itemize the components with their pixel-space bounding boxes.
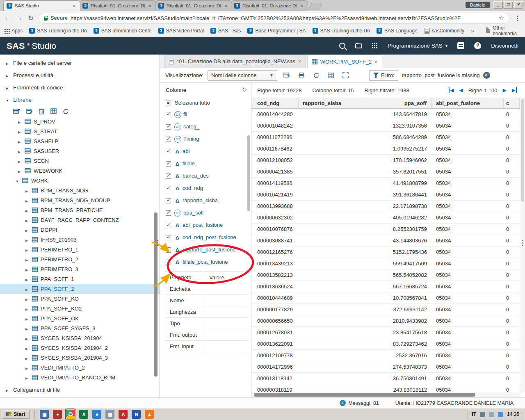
restore-button[interactable]: □ bbox=[504, 1, 513, 9]
column-item[interactable]: filiale bbox=[164, 158, 251, 170]
library-row[interactable]: S_PROV bbox=[0, 116, 160, 126]
bookmark-item[interactable]: SAS Video Portal bbox=[158, 28, 204, 34]
grid-row[interactable]: 000000656650 2810.9433982 05034 0 bbox=[251, 315, 520, 327]
column-item[interactable]: ppa_soff bbox=[164, 207, 251, 219]
grid-row[interactable]: 000010076876 8.2552301759 05034 0 bbox=[251, 224, 520, 235]
grid-row[interactable]: 000012165276 5152.1795436 05034 0 bbox=[251, 247, 520, 258]
expander-icon[interactable] bbox=[25, 325, 29, 331]
column-checkbox[interactable] bbox=[166, 186, 171, 191]
clear-filter-icon[interactable] bbox=[483, 72, 490, 79]
tab-close-icon[interactable] bbox=[299, 3, 305, 9]
expander-icon[interactable] bbox=[25, 374, 29, 381]
grid-row[interactable]: 000013582213 565.54052082 05034 0 bbox=[251, 269, 520, 281]
tab-close-icon[interactable] bbox=[71, 3, 77, 9]
expander-icon[interactable] bbox=[18, 158, 22, 164]
column-checkbox[interactable] bbox=[166, 112, 171, 117]
bookmark-star-icon[interactable]: ☆ bbox=[499, 14, 504, 22]
grid-header-cell[interactable]: rapporto_sisba bbox=[299, 98, 364, 108]
start-button[interactable]: Start bbox=[2, 410, 30, 419]
messages-indicator[interactable]: Messaggi: 81 bbox=[340, 400, 379, 406]
expander-icon[interactable] bbox=[25, 296, 29, 302]
filter-button[interactable]: Filtro: bbox=[369, 70, 399, 81]
column-checkbox[interactable] bbox=[166, 260, 171, 265]
minimize-button[interactable]: _ bbox=[493, 1, 503, 9]
expander-icon[interactable] bbox=[25, 345, 29, 351]
expander-icon[interactable] bbox=[18, 119, 22, 125]
grid-icon[interactable] bbox=[326, 71, 336, 80]
column-item[interactable]: categ_ bbox=[164, 121, 251, 133]
browser-menu-icon[interactable]: ⋮ bbox=[514, 14, 521, 22]
grid-row[interactable]: 000013439213 559.49417509 05034 0 bbox=[251, 258, 520, 269]
column-checkbox[interactable] bbox=[166, 210, 171, 216]
expander-icon[interactable] bbox=[25, 197, 29, 203]
expander-icon[interactable] bbox=[25, 355, 29, 361]
right-panel-splitter-grip[interactable] bbox=[522, 240, 523, 246]
grid-row[interactable]: 000000318119 243.83018112 05034 0 bbox=[251, 384, 520, 392]
browser-tab[interactable]: Risultati: 01. Creazione DB bbox=[79, 0, 156, 11]
sidebar-section[interactable]: Collegamenti di file bbox=[0, 383, 160, 396]
grid-row[interactable]: 000013622091 83.729273462 05034 0 bbox=[251, 338, 520, 350]
reload-icon[interactable]: ↻ bbox=[28, 14, 34, 23]
column-item[interactable]: cod_ndg bbox=[164, 182, 251, 194]
column-item[interactable]: Timing bbox=[164, 133, 251, 145]
quick-launch-icon[interactable]: ● bbox=[53, 410, 62, 419]
column-item[interactable]: banca_des bbox=[164, 170, 251, 182]
menu-icon[interactable] bbox=[457, 42, 464, 49]
browser-tab[interactable]: SAS Studio bbox=[3, 0, 80, 11]
expander-icon[interactable] bbox=[18, 148, 22, 154]
library-row-work[interactable]: WORK bbox=[0, 176, 160, 185]
expander-icon[interactable] bbox=[25, 276, 29, 282]
select-all-row[interactable]: Seleziona tutto bbox=[164, 97, 251, 108]
tab-close-icon[interactable] bbox=[298, 58, 301, 64]
expander-icon[interactable] bbox=[16, 178, 19, 184]
work-table-row[interactable]: VEDI_IMPATTO_BANCO_BPM bbox=[0, 372, 160, 382]
open-window-icon[interactable] bbox=[281, 71, 292, 80]
grid-row[interactable]: 000010421419 391.36186441 05034 0 bbox=[251, 189, 520, 201]
work-table-row[interactable]: PERIMETRO_2 bbox=[0, 254, 160, 264]
column-checkbox[interactable] bbox=[166, 247, 171, 253]
column-checkbox[interactable] bbox=[166, 223, 171, 228]
open-folder-icon[interactable] bbox=[355, 43, 362, 48]
tab-close-icon[interactable] bbox=[374, 59, 378, 65]
maximize-icon[interactable] bbox=[340, 71, 351, 80]
help-icon[interactable] bbox=[474, 42, 481, 49]
grid-row[interactable]: 000010444609 10.708567841 05034 0 bbox=[251, 292, 520, 304]
expander-icon[interactable] bbox=[25, 217, 29, 223]
sidebar-section[interactable]: File e cartelle del server bbox=[0, 57, 160, 69]
refresh-icon[interactable]: ↻ bbox=[242, 86, 247, 94]
grid-header-cell[interactable]: cod_ndg bbox=[251, 98, 299, 108]
expander-icon[interactable] bbox=[6, 60, 9, 66]
refresh-icon[interactable] bbox=[63, 108, 69, 114]
quick-launch-icon[interactable]: e bbox=[92, 410, 101, 419]
back-icon[interactable]: ← bbox=[4, 14, 11, 22]
grid-row[interactable]: 000000421385 357.62017551 05034 0 bbox=[251, 166, 520, 178]
sidebar-section[interactable]: Frammenti di codice bbox=[0, 81, 160, 94]
forward-icon[interactable]: → bbox=[16, 14, 23, 22]
bookmark-item[interactable]: SAS Training in the Un bbox=[313, 28, 370, 34]
library-row[interactable]: S_STRAT bbox=[0, 126, 160, 136]
close-button[interactable]: × bbox=[514, 1, 523, 9]
work-table-row[interactable]: PPA_SOFF_KO bbox=[0, 294, 160, 304]
grid-row[interactable]: 000014044280 143.66447819 05034 0 bbox=[251, 109, 520, 120]
print-icon[interactable] bbox=[296, 71, 307, 80]
column-item[interactable]: filiale_post_fusione bbox=[164, 256, 251, 268]
expander-icon[interactable] bbox=[25, 227, 29, 233]
delete-icon[interactable] bbox=[39, 108, 44, 114]
column-checkbox[interactable] bbox=[166, 161, 171, 167]
column-checkbox[interactable] bbox=[166, 137, 171, 142]
work-table-row[interactable]: SYGES_KSISBA_201904_3 bbox=[0, 353, 160, 363]
grid-row[interactable]: 000000177829 372.69931142 05034 0 bbox=[251, 304, 520, 315]
refresh-icon[interactable] bbox=[311, 71, 322, 80]
column-checkbox[interactable] bbox=[166, 173, 171, 179]
language-indicator[interactable]: IT bbox=[472, 411, 476, 417]
column-item[interactable]: rapporto_post_fusione bbox=[164, 244, 251, 256]
grid-row[interactable]: 000003088741 43.144803676 05034 0 bbox=[251, 235, 520, 247]
expander-icon[interactable] bbox=[25, 266, 29, 272]
expander-icon[interactable] bbox=[25, 315, 29, 322]
expander-icon[interactable] bbox=[6, 97, 9, 103]
doc-tab-program[interactable]: *01. Creazione DB alla data_portafoglio_… bbox=[164, 55, 306, 68]
select-all-checkbox[interactable] bbox=[166, 100, 171, 105]
column-checkbox[interactable] bbox=[166, 149, 171, 154]
grid-header-cell[interactable]: ppa_soff bbox=[364, 98, 432, 108]
bookmark-item[interactable]: SAS Training in the Un bbox=[29, 28, 87, 34]
